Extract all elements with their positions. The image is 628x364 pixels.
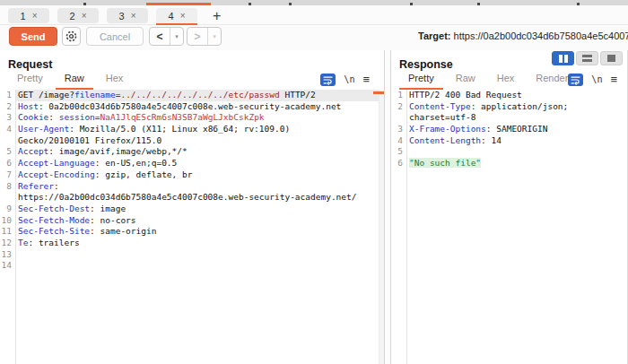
response-panel: Response PrettyRawHexRender \n ≡ 1HTTP/2… [390, 50, 628, 364]
word-wrap-icon[interactable] [568, 74, 583, 86]
editor-line[interactable]: 12Te: trailers [0, 238, 384, 249]
editor-tab-hex[interactable]: Hex [488, 69, 524, 90]
back-button[interactable]: < ▾ [149, 27, 184, 46]
close-tab-icon[interactable]: × [131, 11, 136, 21]
line-content [15, 249, 384, 261]
line-content: User-Agent: Mozilla/5.0 (X11; Linux x86_… [15, 124, 384, 135]
editor-menu-icon[interactable]: ≡ [362, 73, 370, 86]
editor-tab-pretty[interactable]: Pretty [399, 69, 443, 90]
editor-line[interactable]: 11Sec-Fetch-Site: same-origin [0, 226, 384, 238]
send-settings-button[interactable] [62, 27, 81, 46]
single-pane-icon [607, 55, 615, 62]
rows-icon [582, 55, 592, 62]
repeater-tab-3[interactable]: 3× [107, 8, 148, 23]
editor-line[interactable]: 5Accept: image/avif,image/webp,*/* [0, 146, 384, 158]
line-number: 1 [391, 90, 406, 101]
editor-line[interactable]: 3X-Frame-Options: SAMEORIGIN [391, 124, 627, 135]
show-newlines-icon[interactable]: \n [591, 74, 602, 84]
forward-history-caret-icon[interactable]: ▾ [208, 28, 221, 45]
line-content: X-Frame-Options: SAMEORIGIN [406, 124, 627, 135]
line-number: 3 [0, 112, 15, 124]
line-number: 10 [0, 215, 15, 227]
line-number [391, 112, 406, 124]
side-by-side-layout-button[interactable] [552, 51, 574, 65]
editor-tab-pretty[interactable]: Pretty [8, 69, 52, 90]
repeater-tab-2[interactable]: 2× [57, 8, 99, 23]
line-content: Content-Length: 14 [406, 135, 627, 147]
editor-tab-raw[interactable]: Raw [56, 69, 93, 90]
editor-menu-icon[interactable]: ≡ [610, 73, 617, 86]
editor-line[interactable]: charset=utf-8 [391, 112, 627, 124]
editor-line[interactable]: 6Accept-Language: en-US,en;q=0.5 [0, 158, 384, 169]
line-number: 4 [391, 135, 406, 147]
line-content [406, 146, 627, 158]
scroll-highlight-marker [373, 91, 384, 94]
response-editor[interactable]: 1HTTP/2 400 Bad Request2Content-Type: ap… [391, 90, 627, 364]
close-tab-icon[interactable]: × [180, 11, 186, 21]
repeater-tab-4[interactable]: 4× [156, 8, 197, 23]
line-content: Accept-Language: en-US,en;q=0.5 [15, 158, 384, 169]
line-content: Host: 0a2b00dc034d6b7580a4e5c4007c008e.w… [15, 101, 384, 113]
forward-button[interactable]: > ▾ [187, 27, 222, 46]
editor-line[interactable]: 7Accept-Encoding: gzip, deflate, br [0, 169, 384, 181]
editor-line[interactable]: 3Cookie: session=NaA1JlqEScRm6sN3SB7aWgL… [0, 112, 384, 124]
line-content: Te: trailers [15, 238, 384, 249]
line-number: 5 [0, 146, 15, 158]
editor-line[interactable]: 9Sec-Fetch-Dest: image [0, 204, 384, 215]
add-tab-button[interactable]: + [209, 6, 224, 26]
single-pane-layout-button[interactable] [600, 51, 623, 65]
line-content: Sec-Fetch-Mode: no-cors [15, 215, 384, 227]
word-wrap-icon[interactable] [320, 74, 336, 86]
line-content: Cookie: session=NaA1JlqEScRm6sN3SB7aWgLJ… [15, 112, 384, 124]
line-number: 5 [391, 146, 406, 158]
editor-line[interactable]: 14 [0, 260, 384, 272]
editor-line[interactable]: 4User-Agent: Mozilla/5.0 (X11; Linux x86… [0, 124, 384, 135]
line-content: Sec-Fetch-Site: same-origin [15, 226, 384, 238]
editor-line[interactable]: 1HTTP/2 400 Bad Request [391, 90, 627, 101]
stacked-layout-button[interactable] [576, 51, 598, 65]
editor-tab-raw[interactable]: Raw [447, 69, 484, 90]
editor-line[interactable]: 5 [391, 146, 627, 158]
editor-line[interactable]: 2Host: 0a2b00dc034d6b7580a4e5c4007c008e.… [0, 101, 384, 113]
repeater-tab-label: 3 [119, 11, 125, 22]
cancel-button[interactable]: Cancel [86, 27, 144, 46]
line-number: 1 [0, 90, 15, 101]
line-number: 13 [0, 249, 15, 261]
target-label: Target: [418, 30, 450, 41]
editor-line[interactable]: https://0a2b00dc034d6b7580a4e5c4007c008e… [0, 192, 384, 204]
request-editor-tabs: PrettyRawHex [8, 69, 132, 90]
editor-line[interactable]: 4Content-Length: 14 [391, 135, 627, 147]
editor-line[interactable]: 1GET /image?filename=../../../../../../.… [0, 90, 384, 101]
editor-line[interactable]: 6"No such file" [391, 158, 627, 169]
line-number: 6 [0, 158, 15, 169]
target-display: Target: https://0a2b00dc034d6b7580a4e5c4… [418, 30, 628, 41]
editor-line[interactable]: 10Sec-Fetch-Mode: no-cors [0, 215, 384, 227]
line-content: charset=utf-8 [406, 112, 627, 124]
back-arrow-icon[interactable]: < [150, 28, 170, 45]
close-tab-icon[interactable]: × [82, 11, 87, 21]
line-content: Accept-Encoding: gzip, deflate, br [15, 169, 384, 181]
line-content: "No such file" [406, 158, 627, 169]
request-scrollbar[interactable] [379, 90, 384, 364]
line-number: 14 [0, 260, 15, 272]
repeater-tab-1[interactable]: 1× [8, 8, 49, 23]
repeater-tab-bar: + 1×2×3×4× [0, 5, 628, 25]
back-history-caret-icon[interactable]: ▾ [170, 28, 183, 45]
send-button[interactable]: Send [9, 27, 57, 46]
editor-line[interactable]: 8Referer: [0, 181, 384, 193]
line-content: HTTP/2 400 Bad Request [406, 90, 627, 101]
forward-arrow-icon[interactable]: > [188, 28, 208, 45]
editor-line[interactable]: Gecko/20100101 Firefox/115.0 [0, 135, 384, 147]
request-editor-icons: \n ≡ [320, 73, 370, 86]
repeater-tab-label: 1 [21, 11, 26, 22]
editor-tab-hex[interactable]: Hex [97, 69, 133, 90]
line-content [15, 260, 384, 272]
request-editor[interactable]: 1GET /image?filename=../../../../../../.… [0, 90, 384, 364]
editor-line[interactable]: 13 [0, 249, 384, 261]
line-content: Accept: image/avif,image/webp,*/* [15, 146, 384, 158]
repeater-toolbar: Send Cancel < ▾ > ▾ Target: https://0a2b… [0, 25, 628, 50]
show-newlines-icon[interactable]: \n [344, 74, 354, 84]
editor-line[interactable]: 2Content-Type: application/json; [391, 101, 627, 113]
line-content: Referer: [15, 181, 384, 193]
close-tab-icon[interactable]: × [32, 11, 38, 21]
